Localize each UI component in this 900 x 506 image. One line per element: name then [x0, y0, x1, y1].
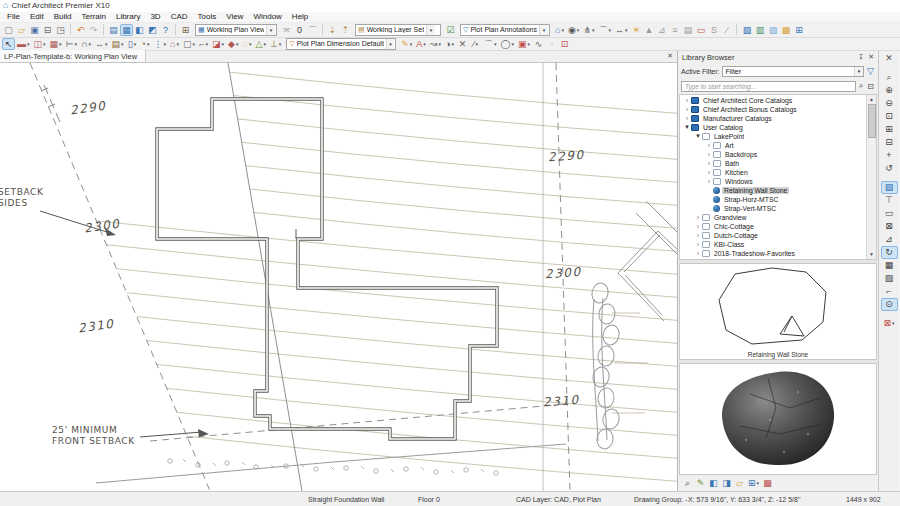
distribute-objects-icon[interactable]: ⋮▾	[151, 38, 168, 50]
walkthrough-menu-icon-dropdown-arrow[interactable]: ▾	[592, 25, 595, 35]
eyedropper-icon[interactable]: ✎	[694, 477, 707, 489]
terrain-tool-icon-dropdown-arrow[interactable]: ▾	[263, 39, 266, 49]
plan-view-combo[interactable]: ▦ Working Plan View ▾	[195, 24, 277, 36]
delete-object-icon-dropdown-arrow[interactable]: ▾	[892, 318, 895, 328]
box-3d-tool-icon[interactable]: ◪▾	[210, 38, 226, 50]
scrollbar-thumb[interactable]	[868, 104, 876, 138]
pan-window-icon[interactable]: +	[881, 149, 898, 162]
layer-set-combo-arrow[interactable]: ▾	[426, 25, 435, 35]
zoom-in-icon[interactable]: ⊕	[881, 84, 898, 97]
material-tool-icon[interactable]: ◆▾	[226, 38, 240, 50]
plan-view-combo-arrow[interactable]: ▾	[266, 25, 275, 35]
rotate-view-icon[interactable]: ↻	[881, 246, 898, 259]
preview-pane-icon[interactable]: ⊠	[881, 220, 898, 233]
search-options-icon[interactable]: ⊡	[866, 82, 875, 91]
draw-dimension-icon-dropdown-arrow[interactable]: ▾	[410, 39, 413, 49]
select-objects-icon[interactable]: ↖	[2, 38, 15, 50]
menu-3d[interactable]: 3D	[145, 12, 165, 21]
expand-arrow[interactable]: ›	[694, 241, 702, 248]
window-tool-icon-dropdown-arrow[interactable]: ▾	[43, 39, 46, 49]
undo-icon[interactable]: ↶	[74, 24, 87, 36]
tree-item-kitchen[interactable]: ›Kitchen	[680, 168, 866, 177]
railing-tool-icon[interactable]: ▦▾	[48, 38, 64, 50]
text-tool-icon-dropdown-arrow[interactable]: ▾	[423, 39, 426, 49]
plan-view-icon[interactable]: ▦	[120, 24, 133, 36]
tree-item-retaining-wall-stone[interactable]: Retaining Wall Stone	[680, 186, 866, 195]
schedule-icon[interactable]: ▤	[681, 24, 694, 36]
hatch-tool-icon[interactable]: ▨	[881, 272, 898, 285]
menu-help[interactable]: Help	[287, 12, 313, 21]
expand-arrow[interactable]: ›	[705, 160, 713, 167]
display-options-icon[interactable]: ▨	[766, 24, 779, 36]
menu-tools[interactable]: Tools	[193, 12, 222, 21]
expand-arrow[interactable]: ›	[705, 178, 713, 185]
scroll-down-icon[interactable]: ▼	[869, 250, 874, 259]
railing-tool-icon-dropdown-arrow[interactable]: ▾	[59, 39, 62, 49]
framing-icon[interactable]: ≡	[668, 24, 681, 36]
light-tool-icon[interactable]: ◌▾	[240, 38, 253, 50]
menu-window[interactable]: Window	[248, 12, 286, 21]
tree-scrollbar[interactable]: ▲ ▼	[866, 95, 876, 259]
library-search-icon[interactable]: ⌕	[681, 477, 694, 489]
annotation-set-combo[interactable]: ▽ Plot Plan Annotations ▾	[460, 24, 550, 36]
expand-arrow[interactable]: ›	[683, 97, 691, 104]
dimension-tool-icon-dropdown-arrow[interactable]: ▾	[105, 39, 108, 49]
arch-tool-icon[interactable]: ∩▾	[79, 38, 93, 50]
redo-icon[interactable]: ↷	[87, 24, 100, 36]
scroll-up-icon[interactable]: ▲	[869, 95, 874, 104]
undo-zoom-icon[interactable]: ↺	[881, 162, 898, 175]
panes-menu-icon-dropdown-arrow[interactable]: ▾	[757, 478, 760, 488]
appliance-tool-icon-dropdown-arrow[interactable]: ▾	[134, 39, 137, 49]
view-count-badge[interactable]: 0	[293, 24, 306, 36]
tree-item-chief-architect-core-catalogs[interactable]: ›Chief Architect Core Catalogs	[680, 96, 866, 105]
menu-edit[interactable]: Edit	[25, 12, 49, 21]
delete-tool-icon[interactable]: ✕	[456, 38, 469, 50]
arc-draw-icon[interactable]: ⌒▾	[482, 38, 499, 50]
open-library-icon[interactable]: ▱	[733, 477, 746, 489]
line-tool-icon-dropdown-arrow[interactable]: ▾	[475, 39, 478, 49]
library-settings-icon[interactable]: ▩	[761, 477, 774, 489]
tree-item-user-catalog[interactable]: ▾User Catalog	[680, 123, 866, 132]
north-arrow-icon[interactable]: ◑▾	[443, 38, 456, 50]
layer-display-options-icon[interactable]: ▧	[740, 24, 753, 36]
break-tool-icon[interactable]: ⊢▾	[64, 38, 79, 50]
expand-arrow[interactable]: ›	[705, 151, 713, 158]
north-pointer-icon[interactable]: ▲	[642, 24, 655, 36]
expand-arrow[interactable]: ›	[694, 250, 702, 257]
break-tool-icon-dropdown-arrow[interactable]: ▾	[74, 39, 77, 49]
expand-arrow[interactable]: ›	[694, 214, 702, 221]
terrain-menu-icon-dropdown-arrow[interactable]: ▾	[561, 25, 564, 35]
object-layer-properties-icon[interactable]: ▥	[753, 24, 766, 36]
paint-bucket-icon[interactable]: ◔▾	[138, 38, 151, 50]
north-arrow-icon-dropdown-arrow[interactable]: ▾	[451, 39, 454, 49]
disabled-tool-icon[interactable]: ▫	[545, 38, 558, 50]
foundation-tool-icon[interactable]: ▢▾	[181, 38, 197, 50]
tree-item-chief-architect-bonus-catalogs[interactable]: ›Chief Architect Bonus Catalogs	[680, 105, 866, 114]
annotation-set-combo-arrow[interactable]: ▾	[539, 25, 548, 35]
molding-tool-icon[interactable]: ⌐▾	[197, 38, 210, 50]
color-chooser-icon[interactable]: ▩	[779, 24, 792, 36]
material-tool-icon-dropdown-arrow[interactable]: ▾	[236, 39, 239, 49]
zoom-out-icon[interactable]: ⊖	[881, 97, 898, 110]
dimension-menu-icon[interactable]: ↔▾	[613, 24, 630, 36]
picture-tool-icon[interactable]: ▣▾	[516, 38, 532, 50]
link-views-icon[interactable]: ≍	[280, 24, 293, 36]
camera-view-icon[interactable]: ◧	[133, 24, 146, 36]
zoom-region-icon[interactable]: ⌕	[881, 71, 898, 84]
leader-line-icon-dropdown-arrow[interactable]: ▾	[438, 39, 441, 49]
text-tool-icon[interactable]: A▾	[414, 38, 428, 50]
line-tool-icon[interactable]: ⁄▾	[469, 38, 482, 50]
layer-set-combo[interactable]: ▤ Working Layer Set ▾	[355, 24, 441, 36]
tree-item-manufacturer-catalogs[interactable]: ›Manufacturer Catalogs	[680, 114, 866, 123]
sun-angle-icon[interactable]: ☀	[629, 24, 642, 36]
roof-tool-icon-dropdown-arrow[interactable]: ▾	[176, 39, 179, 49]
close-panel-icon[interactable]: ✕	[866, 53, 876, 61]
expand-arrow[interactable]: ›	[694, 232, 702, 239]
tree-item-windows[interactable]: ›Windows	[680, 177, 866, 186]
match-properties-icon[interactable]: ⇣	[326, 24, 339, 36]
expand-arrow[interactable]: ▾	[683, 123, 691, 131]
tree-item-dutch-cottage[interactable]: ›Dutch-Cottage	[680, 231, 866, 240]
light-tool-icon-dropdown-arrow[interactable]: ▾	[249, 39, 252, 49]
library-browser-icon[interactable]: ⊞	[792, 24, 805, 36]
expand-arrow[interactable]: ›	[683, 115, 691, 122]
